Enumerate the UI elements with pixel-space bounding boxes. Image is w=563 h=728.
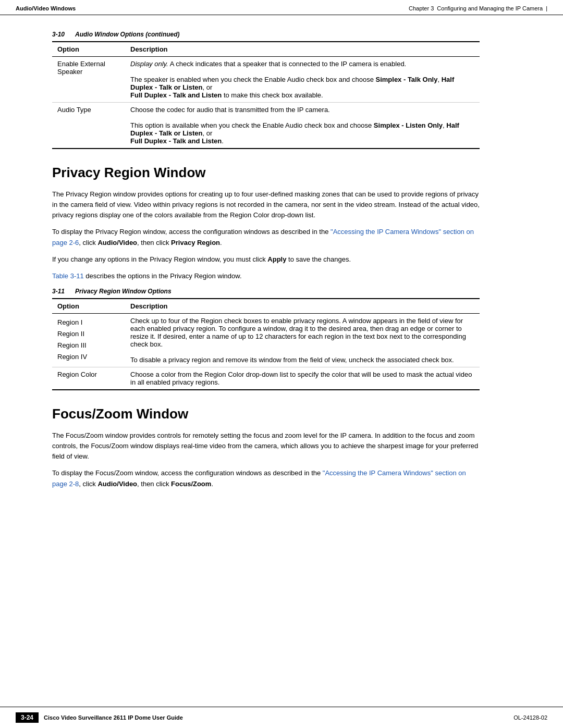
privacy-para2-suffix2: , then click [137, 239, 171, 246]
privacy-para2-end: . [220, 239, 222, 246]
footer-doc-title: Cisco Video Surveillance 2611 IP Dome Us… [44, 714, 183, 721]
desc-cell: Choose the codec for audio that is trans… [125, 103, 480, 149]
simplex-listen-bold: Simplex - Listen Only [374, 121, 443, 129]
focuszoom-para1: The Focus/Zoom window provides controls … [52, 430, 480, 462]
table-row: Region I Region II Region III Region IV … [52, 313, 480, 367]
page-number: 3-24 [16, 712, 39, 723]
simplex-talk-bold: Simplex - Talk Only [375, 76, 437, 83]
full-duplex-bold: Full Duplex - Talk and Listen [130, 91, 222, 99]
audio-video-bold: Audio/Video [97, 239, 137, 246]
table11-ref-suffix: describes the options in the Privacy Reg… [84, 272, 242, 280]
table10-col-option: Option [52, 42, 125, 57]
privacy-para3-prefix: If you change any options in the Privacy… [52, 255, 267, 263]
table11-label: 3-11 Privacy Region Window Options [52, 288, 480, 295]
header-pipe: | [546, 5, 547, 11]
page-footer: 3-24 Cisco Video Surveillance 2611 IP Do… [0, 707, 563, 728]
table-row: Enable ExternalSpeaker Display only. A c… [52, 57, 480, 103]
privacy-para2-suffix1: , click [79, 239, 97, 246]
header-section-label: Audio/Video Windows [16, 5, 76, 11]
table11-col-desc: Description [125, 299, 480, 314]
region-color-option-cell: Region Color [52, 367, 125, 390]
table-row: Region Color Choose a color from the Reg… [52, 367, 480, 390]
table11: Option Description Region I Region II Re… [52, 298, 480, 390]
privacy-para2: To display the Privacy Region window, ac… [52, 227, 480, 248]
footer-left: 3-24 Cisco Video Surveillance 2611 IP Do… [16, 712, 183, 723]
table11-title: Privacy Region Window Options [75, 288, 172, 295]
footer-doc-num: OL-24128-02 [513, 714, 547, 721]
privacy-region-heading: Privacy Region Window [52, 165, 480, 181]
header-right: Chapter 3 Configuring and Managing the I… [409, 5, 547, 11]
privacy-para1: The Privacy Region window provides optio… [52, 189, 480, 220]
apply-bold: Apply [267, 255, 286, 263]
table10-number: 3-10 [52, 31, 65, 38]
table11-ref-link[interactable]: Table 3-11 [52, 272, 84, 280]
full-duplex-listen-bold: Full Duplex - Talk and Listen [130, 137, 222, 145]
table10-label: 3-10 Audio Window Options (continued) [52, 31, 480, 38]
table11-col-option: Option [52, 299, 125, 314]
region-color-desc-cell: Choose a color from the Region Color dro… [125, 367, 480, 390]
region-desc-cell: Check up to four of the Region check box… [125, 313, 480, 367]
main-content: 3-10 Audio Window Options (continued) Op… [0, 15, 511, 527]
desc-cell: Display only. A check indicates that a s… [125, 57, 480, 103]
focuszoom-para2-end: . [211, 480, 213, 488]
region-options-cell: Region I Region II Region III Region IV [52, 313, 125, 367]
header-title: Configuring and Managing the IP Camera [437, 5, 543, 11]
table10-col-desc: Description [125, 42, 480, 57]
focuszoom-para2: To display the Focus/Zoom window, access… [52, 468, 480, 489]
privacy-para4: Table 3-11 describes the options in the … [52, 271, 480, 281]
option-cell: Enable ExternalSpeaker [52, 57, 125, 103]
page-header: Audio/Video Windows Chapter 3 Configurin… [0, 0, 563, 15]
focuszoom-para2-prefix: To display the Focus/Zoom window, access… [52, 469, 323, 477]
focuszoom-heading: Focus/Zoom Window [52, 406, 480, 422]
privacy-para3-suffix: to save the changes. [286, 255, 351, 263]
focuszoom-para2-suffix1: , click [79, 480, 97, 488]
table10-title: Audio Window Options (continued) [75, 31, 180, 38]
focuszoom-para2-suffix2: , then click [137, 480, 171, 488]
privacy-para2-prefix: To display the Privacy Region window, ac… [52, 228, 331, 236]
table-row: Audio Type Choose the codec for audio th… [52, 103, 480, 149]
option-cell: Audio Type [52, 103, 125, 149]
focuszoom-bold: Focus/Zoom [171, 480, 211, 488]
table10: Option Description Enable ExternalSpeake… [52, 41, 480, 149]
privacy-region-bold: Privacy Region [171, 239, 220, 246]
table11-number: 3-11 [52, 288, 65, 295]
display-only-label: Display only. [130, 60, 168, 68]
chapter-label: Chapter 3 [409, 5, 434, 11]
privacy-para3: If you change any options in the Privacy… [52, 254, 480, 265]
focuszoom-audio-video-bold: Audio/Video [97, 480, 137, 488]
